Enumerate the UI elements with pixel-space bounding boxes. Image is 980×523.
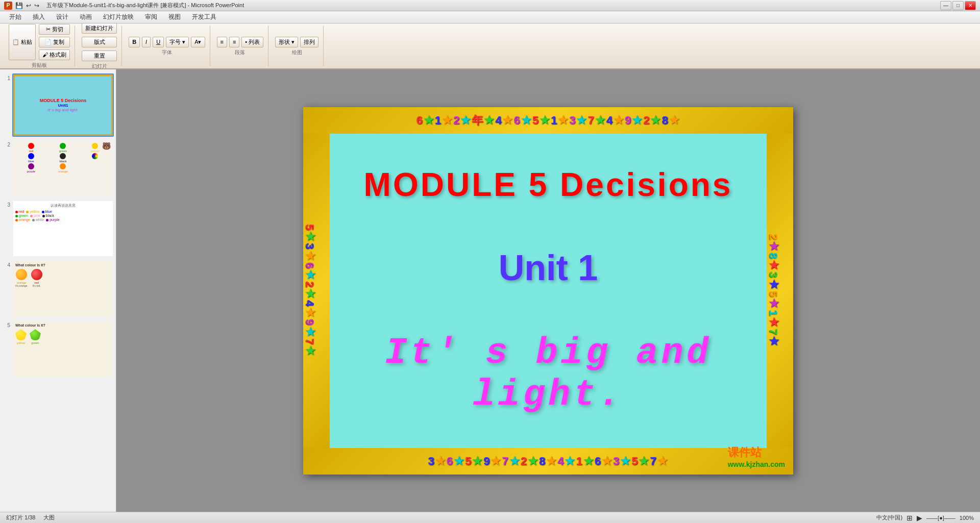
slide-num-3: 3: [2, 200, 10, 208]
reset-btn[interactable]: 重置: [82, 51, 117, 61]
canvas-area: 6★1★2★年★4★6★5★1★3★7★4★9★2★8★ 3★6★5★9★7★2…: [116, 69, 980, 512]
menu-review[interactable]: 审阅: [140, 12, 162, 22]
slide-thumb-4[interactable]: 4 What colour is it? orange It's orange.…: [2, 260, 114, 317]
color-red: red: [15, 143, 47, 153]
thumb3-colors: red yellow blue green pink black orange …: [15, 210, 111, 221]
thumb4-orange: orange It's orange.: [15, 269, 28, 287]
undo-btn[interactable]: ↩: [26, 2, 31, 9]
menu-animation[interactable]: 动画: [75, 12, 97, 22]
color-grid: red green yellow blue: [15, 143, 111, 173]
slide-image-2[interactable]: 🐻 red green yellow: [12, 140, 114, 197]
border-nums-left: 5★3★6★2★4★9★7★: [303, 134, 316, 448]
thumb4-items: orange It's orange. red It's red.: [15, 269, 111, 287]
quick-save[interactable]: 💾: [15, 2, 23, 9]
thumb4-content: What colour is it? orange It's orange. r…: [13, 261, 113, 316]
close-btn[interactable]: ✕: [965, 1, 976, 10]
slide-panel[interactable]: 1 MODULE 5 Decisions Unit1 It' s big and…: [0, 69, 116, 512]
minimize-btn[interactable]: —: [940, 1, 951, 10]
border-nums-right: 2★8★3★5★1★7★: [767, 134, 780, 448]
unit-label: Unit 1: [499, 247, 598, 288]
menu-bar: 开始 插入 设计 动画 幻灯片放映 审阅 视图 开发工具: [0, 11, 980, 23]
bear-icon: 🐻: [102, 142, 111, 150]
thumb5-yellow: yellow: [15, 329, 27, 344]
ribbon-draw: 形状 ▾ 排列 绘图: [271, 26, 324, 66]
zoom-slider[interactable]: ——[●]——: [926, 515, 955, 521]
shapes-btn[interactable]: 形状 ▾: [275, 37, 298, 47]
thumb5-content: What colour is it? yellow green: [13, 321, 113, 377]
slide-image-3[interactable]: 认读再说说意思 red yellow blue green pink black: [12, 200, 114, 257]
color-purple: purple: [15, 163, 47, 173]
thumb3-header: 认读再说说意思: [15, 203, 111, 208]
slide-thumb-5[interactable]: 5 What colour is it? yellow green: [2, 320, 114, 378]
slides-label: 幻灯片: [92, 63, 107, 70]
border-nums-bottom: 3★6★5★9★7★2★8★4★1★6★3★5★7★: [303, 455, 793, 468]
thumb5-header: What colour is it?: [15, 323, 111, 327]
italic-btn[interactable]: I: [142, 37, 151, 47]
main-area: 1 MODULE 5 Decisions Unit1 It' s big and…: [0, 69, 980, 512]
copy-btn[interactable]: 📄 复制: [39, 37, 70, 47]
font-label: 字体: [162, 49, 172, 56]
ribbon-clipboard: 📋 粘贴 ✂ 剪切 📄 复制 🖌 格式刷 剪贴板: [4, 26, 75, 66]
fontsize-btn[interactable]: 字号 ▾: [166, 37, 189, 47]
border-top: 6★1★2★年★4★6★5★1★3★7★4★9★2★8★: [303, 107, 793, 134]
thumb2-content: 🐻 red green yellow: [13, 141, 113, 196]
thumb1-unit: Unit1: [58, 103, 68, 108]
title-bar: P 💾 ↩ ↪ 五年级下Module-5-unit1-it's-big-and-…: [0, 0, 980, 11]
view-slide-icon[interactable]: ▶: [917, 514, 922, 522]
underline-btn[interactable]: U: [153, 37, 164, 47]
slide-thumb-3[interactable]: 3 认读再说说意思 red yellow blue green pink bla: [2, 200, 114, 257]
slide-image-5[interactable]: What colour is it? yellow green: [12, 320, 114, 378]
slide-subtitle: It' s big and light.: [345, 332, 751, 416]
align-left-btn[interactable]: ≡: [217, 37, 227, 47]
theme-name: 大图: [43, 514, 55, 521]
color-green: green: [47, 143, 79, 153]
thumb1-title: MODULE 5 Decisions: [40, 98, 87, 103]
thumb4-red: red It's red.: [31, 269, 42, 287]
color-orange: orange: [47, 163, 79, 173]
thumb1-content: MODULE 5 Decisions Unit1 It' s big and l…: [13, 74, 113, 136]
ribbon-font: B I U 字号 ▾ A▾ 字体: [124, 26, 210, 66]
slide-image-4[interactable]: What colour is it? orange It's orange. r…: [12, 260, 114, 317]
fontcolor-btn[interactable]: A▾: [191, 37, 205, 47]
border-nums-top: 6★1★2★年★4★6★5★1★3★7★4★9★2★8★: [303, 113, 793, 128]
border-bottom: 3★6★5★9★7★2★8★4★1★6★3★5★7★: [303, 448, 793, 475]
view-normal-icon[interactable]: ⊞: [906, 514, 913, 522]
thumb1-subtitle: It' s big and light.: [48, 108, 79, 112]
slide-thumb-2[interactable]: 2 🐻 red green: [2, 140, 114, 197]
slide-image-1[interactable]: MODULE 5 Decisions Unit1 It' s big and l…: [12, 73, 114, 137]
maximize-btn[interactable]: □: [952, 1, 964, 10]
module-title: MODULE 5 Decisions: [364, 166, 733, 204]
new-slide-btn[interactable]: 新建幻灯片: [82, 23, 117, 34]
thumb5-items: yellow green: [15, 329, 111, 344]
slide-content: MODULE 5 Decisions Unit 1 It' s big and …: [330, 134, 767, 448]
paste-btn[interactable]: 📋 粘贴: [9, 24, 36, 60]
border-left: 5★3★6★2★4★9★7★: [303, 134, 330, 448]
arrange-btn[interactable]: 排列: [300, 37, 318, 47]
ribbon: 📋 粘贴 ✂ 剪切 📄 复制 🖌 格式刷 剪贴板 新建幻灯片 版式 重置 幻灯片…: [0, 23, 980, 69]
status-bar: 幻灯片 1/38 大图 中文(中国) ⊞ ▶ ——[●]—— 100%: [0, 512, 980, 523]
title-text: 五年级下Module-5-unit1-it's-big-and-light课件 …: [46, 2, 244, 9]
menu-dev[interactable]: 开发工具: [187, 12, 222, 22]
slide-num-5: 5: [2, 320, 10, 328]
clipboard-label: 剪贴板: [32, 62, 47, 69]
bold-btn[interactable]: B: [129, 37, 140, 47]
color-multicolor: [79, 153, 111, 163]
layout-btn[interactable]: 版式: [82, 37, 117, 47]
slide-thumb-1[interactable]: 1 MODULE 5 Decisions Unit1 It' s big and…: [2, 73, 114, 137]
cut-btn[interactable]: ✂ 剪切: [39, 24, 70, 35]
menu-slideshow[interactable]: 幻灯片放映: [98, 12, 139, 22]
border-right: 2★8★3★5★1★7★: [767, 134, 793, 448]
app-icon: P: [4, 2, 12, 10]
menu-design[interactable]: 设计: [51, 12, 74, 22]
watermark-bottom: www.kjzhan.com: [728, 460, 785, 468]
menu-insert[interactable]: 插入: [28, 12, 50, 22]
menu-view[interactable]: 视图: [163, 12, 186, 22]
redo-btn[interactable]: ↪: [34, 2, 39, 9]
bullet-btn[interactable]: • 列表: [241, 37, 263, 47]
format-painter-btn[interactable]: 🖌 格式刷: [39, 49, 70, 60]
watermark: 课件站 www.kjzhan.com: [728, 445, 785, 468]
main-slide[interactable]: 6★1★2★年★4★6★5★1★3★7★4★9★2★8★ 3★6★5★9★7★2…: [303, 107, 793, 475]
align-center-btn[interactable]: ≡: [229, 37, 239, 47]
thumb5-green: green: [30, 329, 41, 344]
menu-start[interactable]: 开始: [4, 12, 27, 22]
